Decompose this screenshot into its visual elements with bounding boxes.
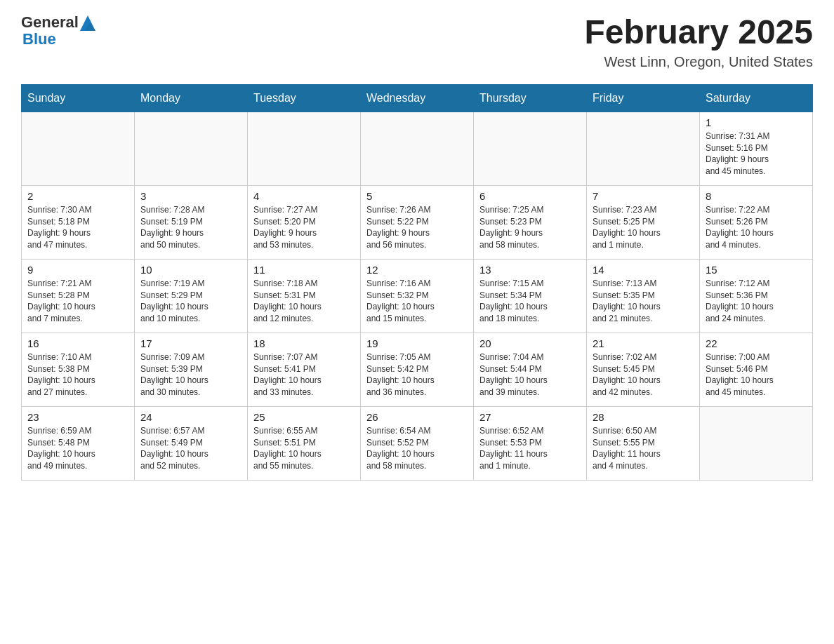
day-number: 24 bbox=[140, 411, 241, 423]
calendar-cell: 16Sunrise: 7:10 AM Sunset: 5:38 PM Dayli… bbox=[22, 333, 135, 406]
day-number: 3 bbox=[140, 190, 241, 202]
calendar-cell bbox=[474, 112, 587, 185]
day-number: 12 bbox=[366, 264, 468, 276]
day-number: 18 bbox=[253, 337, 355, 349]
calendar-cell: 3Sunrise: 7:28 AM Sunset: 5:19 PM Daylig… bbox=[135, 185, 248, 259]
calendar-cell: 13Sunrise: 7:15 AM Sunset: 5:34 PM Dayli… bbox=[474, 259, 587, 333]
day-info: Sunrise: 7:23 AM Sunset: 5:25 PM Dayligh… bbox=[593, 204, 694, 251]
calendar-cell: 14Sunrise: 7:13 AM Sunset: 5:35 PM Dayli… bbox=[587, 259, 700, 333]
calendar-cell: 26Sunrise: 6:54 AM Sunset: 5:52 PM Dayli… bbox=[361, 406, 474, 480]
calendar-cell: 2Sunrise: 7:30 AM Sunset: 5:18 PM Daylig… bbox=[22, 185, 135, 259]
day-info: Sunrise: 7:31 AM Sunset: 5:16 PM Dayligh… bbox=[706, 130, 807, 177]
day-info: Sunrise: 7:27 AM Sunset: 5:20 PM Dayligh… bbox=[253, 204, 355, 251]
day-number: 1 bbox=[706, 116, 807, 128]
calendar-cell: 8Sunrise: 7:22 AM Sunset: 5:26 PM Daylig… bbox=[700, 185, 813, 259]
month-year-title: February 2025 bbox=[584, 14, 813, 51]
day-info: Sunrise: 7:05 AM Sunset: 5:42 PM Dayligh… bbox=[366, 351, 468, 398]
day-info: Sunrise: 7:09 AM Sunset: 5:39 PM Dayligh… bbox=[140, 351, 241, 398]
day-number: 28 bbox=[593, 411, 694, 423]
day-header-friday: Friday bbox=[587, 84, 700, 112]
day-info: Sunrise: 7:04 AM Sunset: 5:44 PM Dayligh… bbox=[479, 351, 581, 398]
day-number: 6 bbox=[479, 190, 581, 202]
day-info: Sunrise: 7:10 AM Sunset: 5:38 PM Dayligh… bbox=[27, 351, 128, 398]
day-info: Sunrise: 7:19 AM Sunset: 5:29 PM Dayligh… bbox=[140, 278, 241, 325]
calendar-cell bbox=[700, 406, 813, 480]
logo-blue-text: Blue bbox=[22, 31, 95, 48]
day-info: Sunrise: 6:54 AM Sunset: 5:52 PM Dayligh… bbox=[366, 425, 468, 472]
day-header-monday: Monday bbox=[135, 84, 248, 112]
day-number: 20 bbox=[479, 337, 581, 349]
day-number: 5 bbox=[366, 190, 468, 202]
calendar-week-5: 23Sunrise: 6:59 AM Sunset: 5:48 PM Dayli… bbox=[22, 406, 813, 480]
day-header-thursday: Thursday bbox=[474, 84, 587, 112]
calendar-cell: 15Sunrise: 7:12 AM Sunset: 5:36 PM Dayli… bbox=[700, 259, 813, 333]
day-info: Sunrise: 7:21 AM Sunset: 5:28 PM Dayligh… bbox=[27, 278, 128, 325]
day-number: 4 bbox=[253, 190, 355, 202]
calendar-week-1: 1Sunrise: 7:31 AM Sunset: 5:16 PM Daylig… bbox=[22, 112, 813, 185]
day-header-saturday: Saturday bbox=[700, 84, 813, 112]
day-header-tuesday: Tuesday bbox=[248, 84, 361, 112]
calendar-cell: 10Sunrise: 7:19 AM Sunset: 5:29 PM Dayli… bbox=[135, 259, 248, 333]
day-number: 17 bbox=[140, 337, 241, 349]
calendar-week-4: 16Sunrise: 7:10 AM Sunset: 5:38 PM Dayli… bbox=[22, 333, 813, 406]
day-info: Sunrise: 6:59 AM Sunset: 5:48 PM Dayligh… bbox=[27, 425, 128, 472]
calendar-cell: 11Sunrise: 7:18 AM Sunset: 5:31 PM Dayli… bbox=[248, 259, 361, 333]
calendar-cell: 22Sunrise: 7:00 AM Sunset: 5:46 PM Dayli… bbox=[700, 333, 813, 406]
calendar-cell: 25Sunrise: 6:55 AM Sunset: 5:51 PM Dayli… bbox=[248, 406, 361, 480]
calendar-header-row: SundayMondayTuesdayWednesdayThursdayFrid… bbox=[22, 84, 813, 112]
calendar-cell: 1Sunrise: 7:31 AM Sunset: 5:16 PM Daylig… bbox=[700, 112, 813, 185]
calendar-cell: 18Sunrise: 7:07 AM Sunset: 5:41 PM Dayli… bbox=[248, 333, 361, 406]
day-number: 10 bbox=[140, 264, 241, 276]
day-number: 7 bbox=[593, 190, 694, 202]
day-info: Sunrise: 7:22 AM Sunset: 5:26 PM Dayligh… bbox=[706, 204, 807, 251]
calendar-cell: 9Sunrise: 7:21 AM Sunset: 5:28 PM Daylig… bbox=[22, 259, 135, 333]
day-number: 26 bbox=[366, 411, 468, 423]
calendar-cell: 7Sunrise: 7:23 AM Sunset: 5:25 PM Daylig… bbox=[587, 185, 700, 259]
calendar-cell bbox=[361, 112, 474, 185]
calendar-table: SundayMondayTuesdayWednesdayThursdayFrid… bbox=[21, 84, 813, 481]
calendar-cell: 20Sunrise: 7:04 AM Sunset: 5:44 PM Dayli… bbox=[474, 333, 587, 406]
calendar-cell bbox=[22, 112, 135, 185]
calendar-cell: 23Sunrise: 6:59 AM Sunset: 5:48 PM Dayli… bbox=[22, 406, 135, 480]
calendar-cell: 12Sunrise: 7:16 AM Sunset: 5:32 PM Dayli… bbox=[361, 259, 474, 333]
day-number: 11 bbox=[253, 264, 355, 276]
day-info: Sunrise: 6:55 AM Sunset: 5:51 PM Dayligh… bbox=[253, 425, 355, 472]
day-number: 19 bbox=[366, 337, 468, 349]
day-number: 8 bbox=[706, 190, 807, 202]
day-number: 2 bbox=[27, 190, 128, 202]
day-number: 16 bbox=[27, 337, 128, 349]
day-number: 9 bbox=[27, 264, 128, 276]
calendar-cell: 27Sunrise: 6:52 AM Sunset: 5:53 PM Dayli… bbox=[474, 406, 587, 480]
calendar-cell: 6Sunrise: 7:25 AM Sunset: 5:23 PM Daylig… bbox=[474, 185, 587, 259]
day-number: 15 bbox=[706, 264, 807, 276]
day-number: 13 bbox=[479, 264, 581, 276]
day-info: Sunrise: 7:02 AM Sunset: 5:45 PM Dayligh… bbox=[593, 351, 694, 398]
day-info: Sunrise: 7:07 AM Sunset: 5:41 PM Dayligh… bbox=[253, 351, 355, 398]
title-section: February 2025 West Linn, Oregon, United … bbox=[584, 14, 813, 70]
day-info: Sunrise: 7:00 AM Sunset: 5:46 PM Dayligh… bbox=[706, 351, 807, 398]
day-info: Sunrise: 7:30 AM Sunset: 5:18 PM Dayligh… bbox=[27, 204, 128, 251]
day-header-sunday: Sunday bbox=[22, 84, 135, 112]
calendar-week-2: 2Sunrise: 7:30 AM Sunset: 5:18 PM Daylig… bbox=[22, 185, 813, 259]
day-info: Sunrise: 6:57 AM Sunset: 5:49 PM Dayligh… bbox=[140, 425, 241, 472]
calendar-cell bbox=[248, 112, 361, 185]
calendar-cell: 17Sunrise: 7:09 AM Sunset: 5:39 PM Dayli… bbox=[135, 333, 248, 406]
calendar-cell: 21Sunrise: 7:02 AM Sunset: 5:45 PM Dayli… bbox=[587, 333, 700, 406]
day-info: Sunrise: 7:25 AM Sunset: 5:23 PM Dayligh… bbox=[479, 204, 581, 251]
day-number: 22 bbox=[706, 337, 807, 349]
calendar-week-3: 9Sunrise: 7:21 AM Sunset: 5:28 PM Daylig… bbox=[22, 259, 813, 333]
page-header: General Blue February 2025 West Linn, Or… bbox=[21, 14, 813, 70]
day-info: Sunrise: 7:12 AM Sunset: 5:36 PM Dayligh… bbox=[706, 278, 807, 325]
calendar-cell: 5Sunrise: 7:26 AM Sunset: 5:22 PM Daylig… bbox=[361, 185, 474, 259]
calendar-cell bbox=[587, 112, 700, 185]
day-info: Sunrise: 7:18 AM Sunset: 5:31 PM Dayligh… bbox=[253, 278, 355, 325]
day-info: Sunrise: 7:26 AM Sunset: 5:22 PM Dayligh… bbox=[366, 204, 468, 251]
calendar-cell: 28Sunrise: 6:50 AM Sunset: 5:55 PM Dayli… bbox=[587, 406, 700, 480]
logo-icon bbox=[80, 15, 95, 31]
day-info: Sunrise: 7:13 AM Sunset: 5:35 PM Dayligh… bbox=[593, 278, 694, 325]
day-header-wednesday: Wednesday bbox=[361, 84, 474, 112]
day-info: Sunrise: 6:52 AM Sunset: 5:53 PM Dayligh… bbox=[479, 425, 581, 472]
day-info: Sunrise: 7:16 AM Sunset: 5:32 PM Dayligh… bbox=[366, 278, 468, 325]
calendar-cell: 4Sunrise: 7:27 AM Sunset: 5:20 PM Daylig… bbox=[248, 185, 361, 259]
day-info: Sunrise: 7:28 AM Sunset: 5:19 PM Dayligh… bbox=[140, 204, 241, 251]
